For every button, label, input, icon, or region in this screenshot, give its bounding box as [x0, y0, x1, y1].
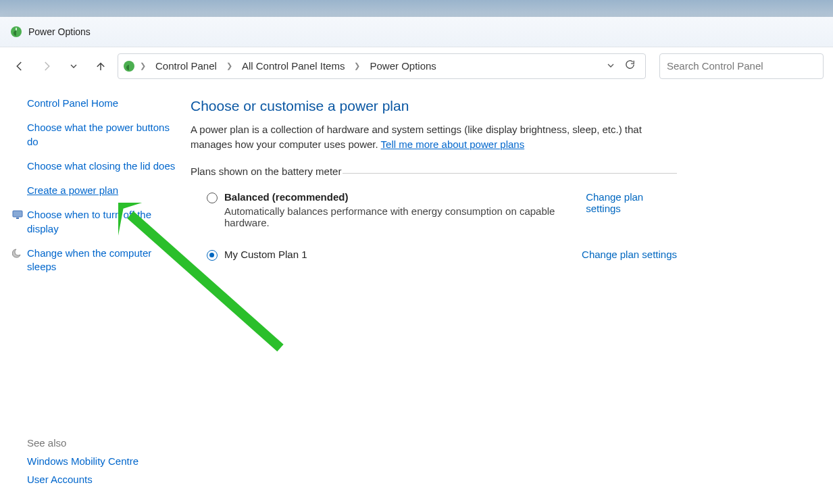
power-options-icon [122, 59, 136, 73]
power-plan-row: Balanced (recommended) Automatically bal… [191, 184, 677, 232]
sidebar-item-label: Change when the computer sleeps [27, 247, 151, 272]
sidebar-item-power-buttons[interactable]: Choose what the power buttons do [27, 121, 181, 149]
recent-dropdown[interactable] [64, 56, 84, 76]
learn-more-link[interactable]: Tell me more about power plans [381, 138, 525, 150]
page-description: A power plan is a collection of hardware… [191, 122, 677, 152]
sidebar-item-label: Create a power plan [27, 184, 118, 196]
sidebar-item-closing-lid[interactable]: Choose what closing the lid does [27, 159, 181, 173]
forward-button[interactable] [36, 56, 57, 76]
sidebar-item-computer-sleep[interactable]: Change when the computer sleeps [27, 247, 181, 274]
address-bar[interactable]: ❯ Control Panel ❯ All Control Panel Item… [118, 53, 646, 79]
breadcrumb-item[interactable]: Control Panel [150, 57, 222, 74]
navigation-toolbar: ❯ Control Panel ❯ All Control Panel Item… [0, 47, 833, 84]
page-heading: Choose or customise a power plan [191, 98, 677, 114]
plan-radio-custom[interactable] [207, 250, 218, 261]
sidebar-item-label: Choose what the power buttons do [27, 122, 170, 147]
window-titlebar: Power Options [0, 17, 833, 47]
display-icon [12, 209, 23, 220]
refresh-icon[interactable] [624, 59, 636, 73]
chevron-right-icon: ❯ [353, 61, 361, 70]
plan-name: Balanced (recommended) [224, 191, 586, 203]
moon-icon [12, 248, 23, 259]
sidebar: Control Panel Home Choose what the power… [0, 84, 191, 504]
see-also-user-accounts[interactable]: User Accounts [27, 474, 181, 485]
window-title: Power Options [28, 26, 91, 37]
svg-rect-3 [16, 218, 19, 219]
up-button[interactable] [91, 56, 111, 76]
plan-radio-balanced[interactable] [207, 193, 218, 203]
back-button[interactable] [9, 56, 30, 76]
plan-name: My Custom Plan 1 [224, 249, 307, 260]
chevron-right-icon: ❯ [138, 61, 147, 70]
chevron-down-icon[interactable] [607, 60, 615, 72]
plans-section-label: Plans shown on the battery meter [191, 166, 341, 181]
control-panel-home-link[interactable]: Control Panel Home [27, 97, 181, 110]
search-input[interactable] [667, 60, 816, 72]
search-box[interactable] [659, 53, 824, 79]
content-pane: Choose or customise a power plan A power… [191, 84, 833, 504]
svg-rect-2 [13, 211, 22, 217]
change-plan-settings-link[interactable]: Change plan settings [582, 249, 677, 260]
sidebar-item-label: Choose what closing the lid does [27, 160, 175, 172]
power-plan-row: My Custom Plan 1 Change plan settings [191, 242, 677, 265]
breadcrumb-item[interactable]: Power Options [364, 57, 441, 74]
power-options-icon [9, 25, 23, 39]
plan-description: Automatically balances performance with … [224, 205, 586, 228]
sidebar-item-create-plan[interactable]: Create a power plan [27, 184, 181, 197]
see-also-mobility-centre[interactable]: Windows Mobility Centre [27, 455, 181, 467]
divider [343, 173, 677, 174]
chevron-right-icon: ❯ [225, 61, 234, 70]
sidebar-item-label: Choose when to turn off the display [27, 209, 151, 234]
breadcrumb-item[interactable]: All Control Panel Items [236, 57, 351, 74]
see-also-section: See also Windows Mobility Centre User Ac… [27, 429, 181, 497]
change-plan-settings-link[interactable]: Change plan settings [586, 191, 677, 214]
sidebar-item-turn-off-display[interactable]: Choose when to turn off the display [27, 208, 181, 236]
see-also-label: See also [27, 437, 181, 449]
